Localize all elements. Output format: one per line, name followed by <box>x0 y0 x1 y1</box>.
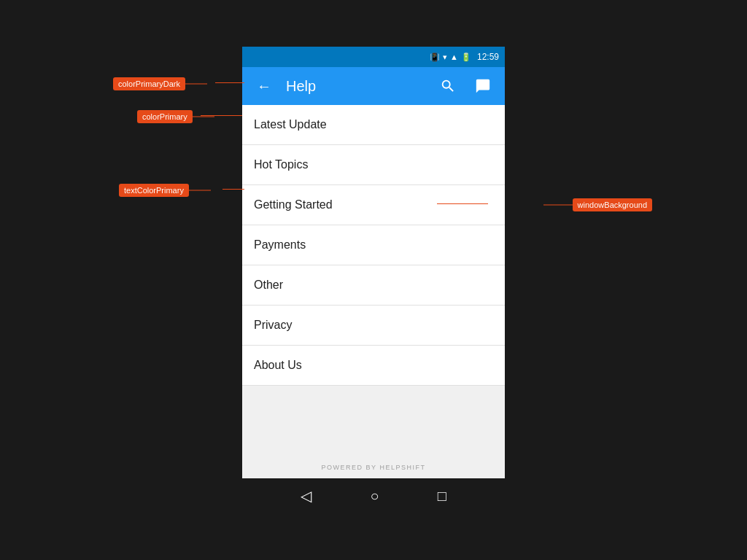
main-content: Latest Update Hot Topics Getting Started… <box>242 105 505 478</box>
annotation-arrow-primary-dark <box>215 82 244 83</box>
menu-item-other[interactable]: Other <box>242 265 505 306</box>
menu-item-about-us[interactable]: About Us <box>242 346 505 386</box>
search-button[interactable] <box>435 73 461 99</box>
home-nav-button[interactable]: ○ <box>370 488 379 505</box>
nav-bar: ◁ ○ □ <box>242 478 505 513</box>
recent-nav-button[interactable]: □ <box>438 488 446 505</box>
menu-item-payments[interactable]: Payments <box>242 225 505 265</box>
annotation-color-primary: colorPrimary <box>137 110 193 123</box>
back-nav-button[interactable]: ◁ <box>301 487 311 505</box>
app-bar: ← Help <box>242 67 505 105</box>
annotation-arrow-text <box>222 189 244 190</box>
status-time: 12:59 <box>477 52 499 62</box>
back-button[interactable]: ← <box>251 73 277 99</box>
annotation-color-primary-dark: colorPrimaryDark <box>113 77 185 90</box>
annotation-window-background: windowBackground <box>573 198 652 211</box>
menu-item-privacy[interactable]: Privacy <box>242 306 505 346</box>
menu-item-getting-started[interactable]: Getting Started <box>242 185 505 225</box>
signal-icon: ▲ <box>450 52 458 61</box>
wifi-icon: ▾ <box>443 52 447 62</box>
app-bar-title: Help <box>286 78 426 95</box>
annotation-arrow-window <box>437 203 488 204</box>
phone-screen: 📳 ▾ ▲ 🔋 12:59 ← Help <box>242 47 505 513</box>
annotation-text-color-primary: textColorPrimary <box>119 184 189 197</box>
annotation-arrow-primary <box>201 115 242 116</box>
menu-list: Latest Update Hot Topics Getting Started… <box>242 105 505 386</box>
status-bar: 📳 ▾ ▲ 🔋 12:59 <box>242 47 505 67</box>
menu-item-hot-topics[interactable]: Hot Topics <box>242 145 505 185</box>
footer: POWERED BY HELPSHIFT <box>242 456 505 478</box>
status-icons: 📳 ▾ ▲ 🔋 12:59 <box>430 52 499 62</box>
menu-item-latest-update[interactable]: Latest Update <box>242 105 505 145</box>
vibrate-icon: 📳 <box>430 52 440 62</box>
chat-button[interactable] <box>470 73 496 99</box>
battery-icon: 🔋 <box>461 52 471 62</box>
